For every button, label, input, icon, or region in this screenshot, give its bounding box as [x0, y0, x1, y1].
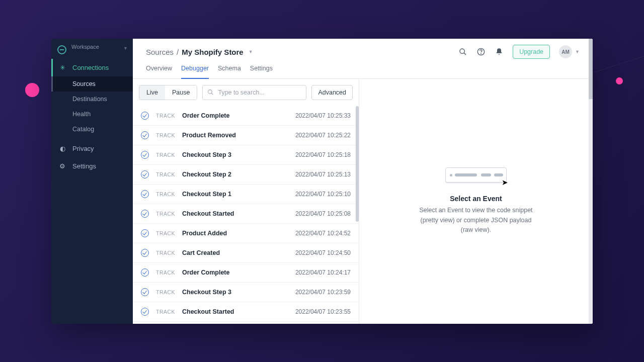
subnav-catalog[interactable]: Catalog	[51, 122, 133, 137]
search-wrap	[202, 85, 306, 100]
event-timestamp: 2022/04/07 10:25:18	[295, 151, 351, 158]
event-row[interactable]: TRACKCart Created2022/04/07 10:24:50	[133, 243, 359, 263]
empty-state-title: Select an Event	[450, 195, 502, 203]
event-timestamp: 2022/04/07 10:25:10	[295, 191, 351, 198]
workspace-switcher[interactable]: Workspace ▼	[51, 39, 133, 59]
event-row[interactable]: TRACKProduct Added2022/04/07 10:24:52	[133, 224, 359, 243]
check-circle-icon	[141, 190, 149, 198]
help-icon[interactable]	[476, 47, 486, 56]
advanced-button[interactable]: Advanced	[311, 85, 353, 100]
event-row[interactable]: TRACKCheckout Step 32022/04/07 10:23:59	[133, 283, 359, 302]
live-pause-toggle: Live Pause	[139, 85, 197, 100]
scrollbar[interactable]	[589, 39, 593, 324]
breadcrumb: Sources / My Shopify Store ▼	[146, 48, 253, 56]
search-input[interactable]	[202, 85, 306, 100]
event-name: Checkout Step 3	[182, 151, 295, 158]
event-row[interactable]: TRACKOrder Complete2022/04/07 10:25:33	[133, 106, 359, 126]
sidebar: Workspace ▼ ✳ Connections Sources Destin…	[51, 39, 133, 324]
chevron-down-icon: ▼	[123, 46, 128, 51]
event-type: TRACK	[156, 132, 182, 138]
empty-state-graphic: ➤	[445, 167, 507, 183]
list-toolbar: Live Pause Advanced	[133, 79, 359, 106]
event-name: Checkout Step 2	[182, 171, 295, 178]
event-row[interactable]: TRACKCheckout Started2022/04/07 10:25:08	[133, 204, 359, 224]
workspace-name	[71, 50, 99, 56]
nav-label: Privacy	[72, 145, 94, 152]
event-name: Cart Created	[182, 249, 295, 256]
event-type: TRACK	[156, 250, 182, 256]
shield-icon: ◐	[58, 145, 66, 152]
decor-dot	[25, 83, 39, 97]
tabs: Overview Debugger Schema Settings	[133, 62, 593, 79]
avatar[interactable]: AM	[559, 45, 572, 58]
upgrade-button[interactable]: Upgrade	[513, 45, 550, 59]
tab-schema[interactable]: Schema	[218, 65, 241, 78]
event-row[interactable]: TRACKProduct Removed2022/04/07 10:25:22	[133, 126, 359, 145]
tab-debugger[interactable]: Debugger	[181, 65, 209, 79]
check-circle-icon	[141, 151, 149, 159]
event-type: TRACK	[156, 211, 182, 217]
event-timestamp: 2022/04/07 10:25:22	[295, 132, 351, 139]
check-circle-icon	[141, 112, 149, 120]
event-name: Order Complete	[182, 112, 295, 119]
gear-icon: ⚙	[58, 162, 66, 170]
scrollbar[interactable]	[356, 106, 359, 222]
check-circle-icon	[141, 131, 149, 139]
svg-line-1	[464, 53, 466, 55]
bell-icon[interactable]	[495, 47, 504, 56]
subnav-health[interactable]: Health	[51, 107, 133, 122]
event-row[interactable]: TRACKCheckout Step 22022/04/07 10:25:13	[133, 165, 359, 185]
event-type: TRACK	[156, 171, 182, 177]
nav-privacy[interactable]: ◐ Privacy	[51, 140, 133, 157]
event-type: TRACK	[156, 152, 182, 158]
svg-point-4	[208, 90, 212, 94]
search-icon	[207, 89, 214, 97]
event-name: Product Removed	[182, 132, 295, 139]
content: Live Pause Advanced TRACKOrder Complete2…	[133, 79, 593, 324]
event-type: TRACK	[156, 309, 182, 315]
nav-connections[interactable]: ✳ Connections	[51, 59, 133, 76]
event-list-pane: Live Pause Advanced TRACKOrder Complete2…	[133, 79, 359, 324]
event-type: TRACK	[156, 113, 182, 119]
cursor-icon: ➤	[502, 178, 508, 187]
event-row[interactable]: TRACKCheckout Step 12022/04/07 10:25:10	[133, 185, 359, 204]
breadcrumb-sep: /	[177, 48, 179, 56]
topbar: Sources / My Shopify Store ▼ Upgrade AM	[133, 39, 593, 62]
event-timestamp: 2022/04/07 10:25:33	[295, 112, 351, 119]
check-circle-icon	[141, 210, 149, 218]
svg-point-0	[460, 49, 464, 53]
svg-line-5	[212, 93, 213, 95]
pause-button[interactable]: Pause	[165, 85, 197, 100]
chevron-down-icon[interactable]: ▼	[249, 49, 253, 54]
check-circle-icon	[141, 308, 149, 316]
event-name: Checkout Step 3	[182, 289, 295, 296]
breadcrumb-current[interactable]: My Shopify Store	[182, 48, 244, 56]
check-circle-icon	[141, 288, 149, 296]
tab-settings[interactable]: Settings	[250, 65, 273, 78]
live-button[interactable]: Live	[139, 85, 165, 100]
event-timestamp: 2022/04/07 10:24:52	[295, 230, 351, 237]
event-row[interactable]: TRACKOrder Complete2022/04/07 10:24:17	[133, 263, 359, 283]
nav-settings[interactable]: ⚙ Settings	[51, 157, 133, 175]
chevron-down-icon[interactable]: ▼	[575, 49, 580, 54]
main: Sources / My Shopify Store ▼ Upgrade AM	[133, 39, 593, 324]
svg-point-3	[481, 54, 481, 54]
check-circle-icon	[141, 170, 149, 178]
event-row[interactable]: TRACKCheckout Started2022/04/07 10:23:55	[133, 302, 359, 322]
tab-overview[interactable]: Overview	[146, 65, 172, 78]
topbar-actions: Upgrade AM ▼	[458, 45, 580, 59]
decor-dot	[616, 77, 623, 84]
subnav-destinations[interactable]: Destinations	[51, 92, 133, 107]
breadcrumb-root[interactable]: Sources	[146, 48, 174, 56]
check-circle-icon	[141, 268, 149, 277]
event-type: TRACK	[156, 191, 182, 197]
search-icon[interactable]	[458, 47, 467, 56]
workspace-label: Workspace	[71, 44, 99, 50]
event-type: TRACK	[156, 269, 182, 276]
event-row[interactable]: TRACKCheckout Step 32022/04/07 10:25:18	[133, 145, 359, 165]
app-window: Workspace ▼ ✳ Connections Sources Destin…	[51, 39, 593, 324]
check-circle-icon	[141, 229, 149, 237]
subnav-sources[interactable]: Sources	[51, 76, 133, 92]
event-type: TRACK	[156, 230, 182, 236]
nav-label: Connections	[72, 64, 109, 71]
